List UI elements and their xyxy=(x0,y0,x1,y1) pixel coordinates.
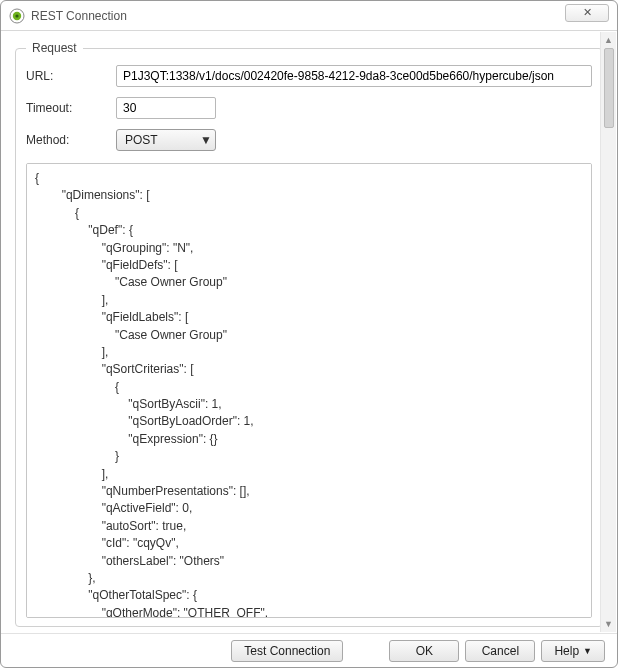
help-button[interactable]: Help ▼ xyxy=(541,640,605,662)
request-body-textarea[interactable]: { "qDimensions": [ { "qDef": { "qGroupin… xyxy=(26,163,592,618)
method-row: Method: POST ▼ xyxy=(26,129,592,151)
chevron-down-icon: ▼ xyxy=(197,133,215,147)
scroll-up-icon[interactable]: ▲ xyxy=(601,32,616,48)
request-legend: Request xyxy=(26,41,83,55)
titlebar: REST Connection ✕ xyxy=(1,1,617,31)
window-title: REST Connection xyxy=(31,9,565,23)
vertical-scrollbar[interactable]: ▲ ▼ xyxy=(600,32,616,632)
window-close-button[interactable]: ✕ xyxy=(565,4,609,22)
timeout-row: Timeout: xyxy=(26,97,592,119)
method-select-value: POST xyxy=(117,133,197,147)
help-button-label: Help xyxy=(554,644,579,658)
dialog-window: REST Connection ✕ Request URL: Timeout: … xyxy=(0,0,618,668)
svg-point-2 xyxy=(15,14,18,17)
dialog-footer: Test Connection OK Cancel Help ▼ xyxy=(1,633,617,667)
method-label: Method: xyxy=(26,133,116,147)
cancel-button[interactable]: Cancel xyxy=(465,640,535,662)
request-group: Request URL: Timeout: Method: POST ▼ { "… xyxy=(15,41,603,627)
ok-button[interactable]: OK xyxy=(389,640,459,662)
url-input[interactable] xyxy=(116,65,592,87)
url-row: URL: xyxy=(26,65,592,87)
scroll-thumb[interactable] xyxy=(604,48,614,128)
url-label: URL: xyxy=(26,69,116,83)
method-select[interactable]: POST ▼ xyxy=(116,129,216,151)
timeout-label: Timeout: xyxy=(26,101,116,115)
content-area: Request URL: Timeout: Method: POST ▼ { "… xyxy=(1,31,617,633)
chevron-down-icon: ▼ xyxy=(583,646,592,656)
scroll-down-icon[interactable]: ▼ xyxy=(601,616,616,632)
app-icon xyxy=(9,8,25,24)
timeout-input[interactable] xyxy=(116,97,216,119)
test-connection-button[interactable]: Test Connection xyxy=(231,640,343,662)
close-icon: ✕ xyxy=(583,6,592,19)
